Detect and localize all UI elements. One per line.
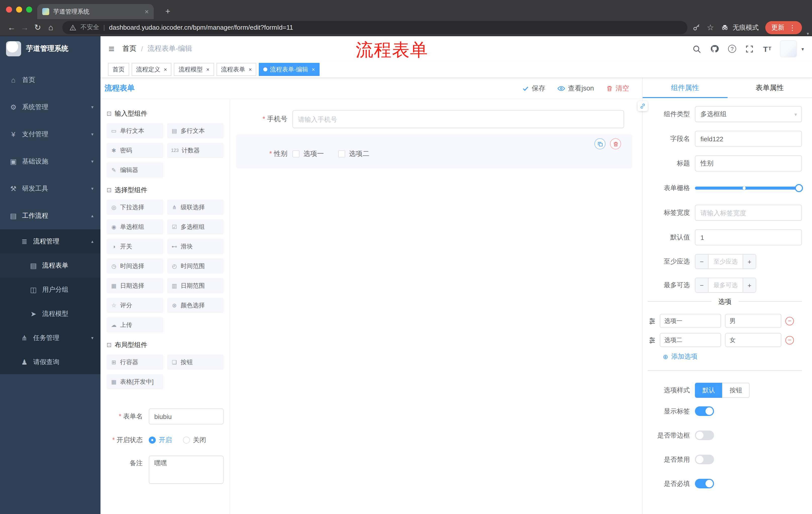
slider-handle[interactable] <box>795 184 803 192</box>
palette-item-color-picker[interactable]: ⊛颜色选择 <box>167 298 224 313</box>
palette-item-time-picker[interactable]: ◷时间选择 <box>107 259 163 274</box>
palette-item-date-picker[interactable]: ▦日期选择 <box>107 278 163 293</box>
default-value-input[interactable] <box>695 229 802 245</box>
sidebar-item-process-management[interactable]: ≣ 流程管理 ▴ <box>0 229 100 253</box>
tag-process-model[interactable]: 流程模型 × <box>174 63 214 76</box>
close-window-button[interactable] <box>6 6 12 12</box>
fullscreen-icon[interactable] <box>745 44 755 54</box>
option-value-input[interactable] <box>725 314 781 328</box>
form-name-input[interactable] <box>149 408 224 425</box>
update-button[interactable]: 更新 ⋮ <box>765 21 802 34</box>
tag-home[interactable]: 首页 <box>108 63 129 76</box>
sidebar-item-process-model[interactable]: ➤ 流程模型 <box>0 302 100 326</box>
palette-item-cascader[interactable]: ⋔级联选择 <box>167 200 224 215</box>
phone-input[interactable] <box>292 110 624 128</box>
key-icon[interactable] <box>692 23 700 31</box>
remark-textarea[interactable]: 嘿嘿 <box>149 456 224 484</box>
palette-item-single-line-text[interactable]: ▭单行文本 <box>107 123 163 138</box>
tab-component-props[interactable]: 组件属性 <box>643 78 727 98</box>
tag-close-icon[interactable]: × <box>312 66 315 73</box>
bookmark-star-icon[interactable]: ☆ <box>707 23 714 32</box>
sidebar-item-leave-query[interactable]: ♟ 请假查询 <box>0 350 100 374</box>
sidebar-item-user-group[interactable]: ◫ 用户分组 <box>0 278 100 302</box>
search-icon[interactable] <box>692 44 702 54</box>
grid-slider[interactable] <box>695 180 802 196</box>
clear-button[interactable]: 清空 <box>606 84 629 93</box>
disabled-switch[interactable] <box>695 455 714 464</box>
sidebar-item-task-management[interactable]: ⋔ 任务管理 ▾ <box>0 326 100 350</box>
palette-item-counter[interactable]: 123计数器 <box>167 143 224 158</box>
palette-item-button[interactable]: ❏按钮 <box>167 355 224 370</box>
palette-item-multi-line-text[interactable]: ▤多行文本 <box>167 123 224 138</box>
reload-icon[interactable]: ↻ <box>31 21 44 34</box>
palette-item-date-range-picker[interactable]: ▥日期范围 <box>167 278 224 293</box>
status-radio-off[interactable]: 关闭 <box>183 436 206 444</box>
maximize-window-button[interactable] <box>26 6 32 12</box>
sidebar-item-home[interactable]: ⌂ 首页 <box>0 66 100 93</box>
palette-item-rate[interactable]: ☆评分 <box>107 298 163 313</box>
decrease-icon[interactable]: − <box>695 254 708 269</box>
copy-widget-button[interactable] <box>594 138 606 150</box>
option-label-input[interactable] <box>660 333 721 347</box>
required-switch[interactable] <box>695 479 714 488</box>
avatar-caret-icon[interactable]: ▾ <box>802 46 804 52</box>
option-value-input[interactable] <box>725 333 781 347</box>
font-size-icon[interactable]: T <box>762 44 772 54</box>
avatar[interactable] <box>780 40 797 57</box>
browser-menu-icon[interactable]: ⋮ <box>789 23 796 31</box>
palette-item-table[interactable]: ▦表格[开发中] <box>107 374 163 389</box>
home-icon[interactable]: ⌂ <box>44 21 57 34</box>
form-canvas[interactable]: 手机号 <box>230 99 642 514</box>
sidebar-item-payment-management[interactable]: ¥ 支付管理 ▾ <box>0 121 100 148</box>
option-label-input[interactable] <box>660 314 721 328</box>
option-style-button-button[interactable]: 按钮 <box>722 383 750 398</box>
palette-item-slider[interactable]: ⊷滑块 <box>167 239 224 254</box>
remove-option-button[interactable]: − <box>785 317 794 325</box>
palette-item-row-container[interactable]: ⊞行容器 <box>107 355 163 370</box>
browser-tab[interactable]: 芋道管理系统 × <box>37 4 154 19</box>
sidebar-item-process-form[interactable]: ▤ 流程表单 <box>0 253 100 278</box>
forward-icon[interactable]: → <box>18 21 31 34</box>
palette-item-upload[interactable]: ☁上传 <box>107 317 163 332</box>
tab-close-icon[interactable]: × <box>145 7 149 16</box>
title-input[interactable] <box>695 155 802 171</box>
minimize-window-button[interactable] <box>16 6 22 12</box>
hamburger-icon[interactable]: ≡ <box>109 44 114 54</box>
toolbar-caret-icon[interactable]: ▾ <box>807 31 809 36</box>
border-switch[interactable] <box>695 431 714 440</box>
palette-item-password[interactable]: ✱密码 <box>107 143 163 158</box>
tag-process-form-edit[interactable]: 流程表单-编辑 × <box>259 63 320 76</box>
help-icon[interactable]: ? <box>727 44 737 54</box>
tag-process-definition[interactable]: 流程定义 × <box>132 63 172 76</box>
palette-item-checkbox-group[interactable]: ☑多选框组 <box>167 219 224 234</box>
github-icon[interactable] <box>709 44 720 54</box>
max-select-input[interactable] <box>708 278 743 292</box>
tag-close-icon[interactable]: × <box>249 66 252 73</box>
palette-item-select[interactable]: ◎下拉选择 <box>107 200 163 215</box>
tag-close-icon[interactable]: × <box>206 66 209 73</box>
delete-widget-button[interactable] <box>610 138 621 150</box>
canvas-field-phone[interactable]: 手机号 <box>236 110 632 128</box>
status-radio-on[interactable]: 开启 <box>149 436 172 444</box>
drag-option-handle-icon[interactable] <box>649 317 656 324</box>
sidebar-item-dev-tools[interactable]: ⚒ 研发工具 ▾ <box>0 175 100 202</box>
sidebar-item-infrastructure[interactable]: ▣ 基础设施 ▾ <box>0 148 100 175</box>
remove-option-button[interactable]: − <box>785 336 794 344</box>
decrease-icon[interactable]: − <box>695 278 708 292</box>
canvas-field-gender[interactable]: 性别 选项一 选项二 <box>236 134 632 168</box>
add-option-button[interactable]: ⊕ 添加选项 <box>663 352 802 361</box>
sidebar-item-workflow[interactable]: ▤ 工作流程 ▴ <box>0 202 100 229</box>
new-tab-button[interactable]: + <box>162 5 174 18</box>
increase-icon[interactable]: + <box>743 254 756 269</box>
link-icon[interactable] <box>638 101 648 111</box>
palette-item-radio-group[interactable]: ◉单选框组 <box>107 219 163 234</box>
sidebar-item-system-management[interactable]: ⚙ 系统管理 ▾ <box>0 93 100 121</box>
field-name-input[interactable] <box>695 131 802 147</box>
tab-form-props[interactable]: 表单属性 <box>727 78 812 98</box>
checkbox-option-1[interactable]: 选项一 <box>292 150 324 158</box>
palette-item-time-range-picker[interactable]: ◴时间范围 <box>167 259 224 274</box>
back-icon[interactable]: ← <box>5 21 18 34</box>
component-type-select[interactable]: 多选框组 ▾ <box>695 106 802 122</box>
tag-close-icon[interactable]: × <box>164 66 167 73</box>
checkbox-option-2[interactable]: 选项二 <box>338 150 369 158</box>
